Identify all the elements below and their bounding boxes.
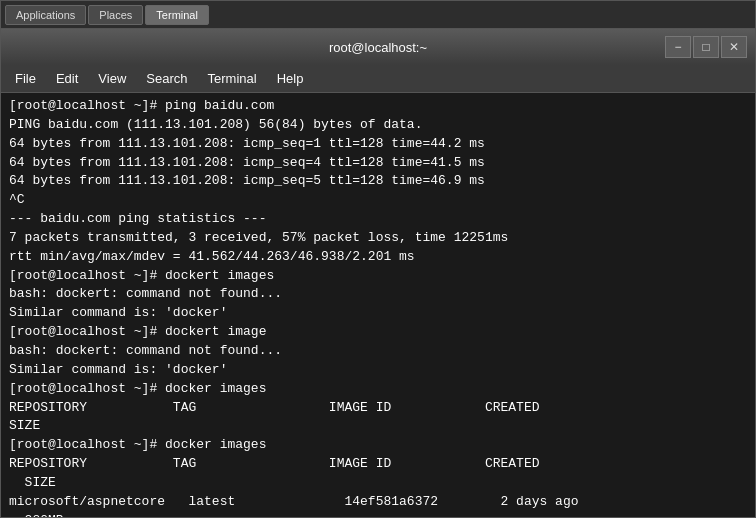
menu-search[interactable]: Search [138,68,195,89]
terminal-line: 7 packets transmitted, 3 received, 57% p… [9,229,747,248]
window-title: root@localhost:~ [329,40,427,55]
menu-file[interactable]: File [7,68,44,89]
terminal-line: [root@localhost ~]# docker images [9,436,747,455]
terminal-line: microsoft/aspnetcore latest 14ef581a6372… [9,493,747,512]
terminal-line: [root@localhost ~]# dockert image [9,323,747,342]
terminal-line: rtt min/avg/max/mdev = 41.562/44.263/46.… [9,248,747,267]
terminal-line: 64 bytes from 111.13.101.208: icmp_seq=5… [9,172,747,191]
terminal-line: ^C [9,191,747,210]
terminal-line: [root@localhost ~]# docker images [9,380,747,399]
terminal-line: 280MB [9,512,747,517]
terminal-line: PING baidu.com (111.13.101.208) 56(84) b… [9,116,747,135]
terminal-line: SIZE [9,474,747,493]
close-button[interactable]: ✕ [721,36,747,58]
menu-edit[interactable]: Edit [48,68,86,89]
terminal-line: SIZE [9,417,747,436]
menu-bar: File Edit View Search Terminal Help [1,65,755,93]
terminal-line: --- baidu.com ping statistics --- [9,210,747,229]
taskbar-terminal[interactable]: Terminal [145,5,209,25]
window-controls: − □ ✕ [665,36,747,58]
taskbar-places[interactable]: Places [88,5,143,25]
terminal-line: Similar command is: 'docker' [9,304,747,323]
terminal-line: REPOSITORY TAG IMAGE ID CREATED [9,455,747,474]
terminal-window: Applications Places Terminal root@localh… [0,0,756,518]
terminal-body[interactable]: [root@localhost ~]# ping baidu.comPING b… [1,93,755,517]
menu-view[interactable]: View [90,68,134,89]
terminal-line: [root@localhost ~]# ping baidu.com [9,97,747,116]
terminal-line: REPOSITORY TAG IMAGE ID CREATED [9,399,747,418]
taskbar: Applications Places Terminal [1,1,755,29]
minimize-button[interactable]: − [665,36,691,58]
taskbar-applications[interactable]: Applications [5,5,86,25]
title-bar: root@localhost:~ − □ ✕ [1,29,755,65]
terminal-line: 64 bytes from 111.13.101.208: icmp_seq=1… [9,135,747,154]
maximize-button[interactable]: □ [693,36,719,58]
terminal-line: Similar command is: 'docker' [9,361,747,380]
terminal-line: [root@localhost ~]# dockert images [9,267,747,286]
terminal-line: bash: dockert: command not found... [9,285,747,304]
terminal-line: 64 bytes from 111.13.101.208: icmp_seq=4… [9,154,747,173]
menu-help[interactable]: Help [269,68,312,89]
menu-terminal[interactable]: Terminal [200,68,265,89]
terminal-line: bash: dockert: command not found... [9,342,747,361]
